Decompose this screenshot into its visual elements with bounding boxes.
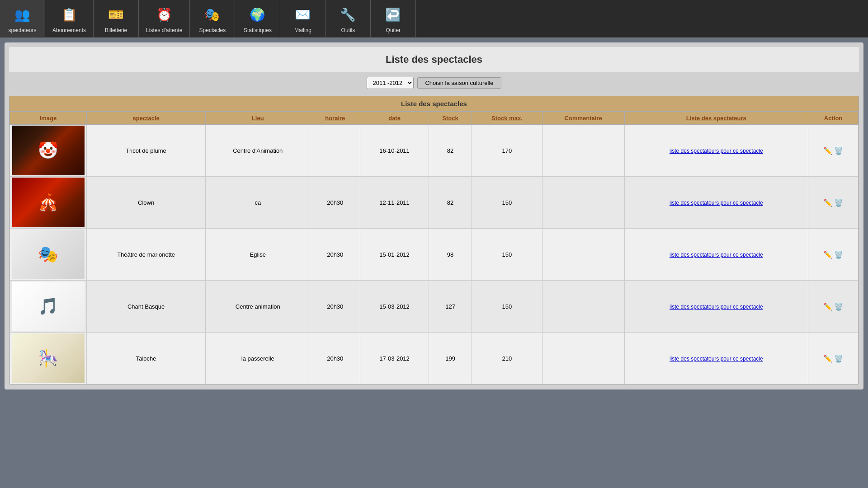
sort-spectacle[interactable]: spectacle <box>133 115 160 122</box>
nav-label-quiter: Quiter <box>386 27 401 33</box>
table-row: 🎵 Chant Basque Centre animation 20h30 15… <box>10 281 859 333</box>
horaire-1 <box>310 125 360 177</box>
nav-item-billetterie[interactable]: 🎫 Billetterie <box>94 0 139 37</box>
choose-season-button[interactable]: Choisir la saison culturelle <box>417 77 501 89</box>
lieu-3: Eglise <box>206 229 310 281</box>
lieu-5: la passerelle <box>206 333 310 385</box>
spectacle-name-2: Clown <box>87 177 206 229</box>
header-liste-spectateurs: Liste des spectateurs <box>624 112 808 125</box>
liste-spectateurs-cell-4: liste des spectateurs pour ce spectacle <box>624 281 808 333</box>
nav-icon-abonnements: 📋 <box>58 4 80 25</box>
liste-spectateurs-link-2[interactable]: liste des spectateurs pour ce spectacle <box>670 200 763 206</box>
nav-item-statistiques[interactable]: 🌍 Statistiques <box>235 0 280 37</box>
date-1: 16-10-2011 <box>360 125 429 177</box>
season-selector-row: 2010 -20112011 -20122012 -2013 Choisir l… <box>9 77 859 89</box>
nav-item-abonnements[interactable]: 📋 Abonnements <box>45 0 94 37</box>
nav-icon-outils: 🔧 <box>337 4 359 25</box>
image-cell-3: 🎭 <box>10 229 87 281</box>
spectacle-name-4: Chant Basque <box>87 281 206 333</box>
action-icons-5: ✏️ 🗑️ <box>812 354 854 363</box>
nav-icon-listes-attente: ⏰ <box>153 4 175 25</box>
header-action: Action <box>808 112 859 125</box>
delete-button-5[interactable]: 🗑️ <box>834 354 843 363</box>
stock-1: 82 <box>429 125 472 177</box>
edit-button-5[interactable]: ✏️ <box>823 354 832 363</box>
date-4: 15-03-2012 <box>360 281 429 333</box>
liste-spectateurs-cell-1: liste des spectateurs pour ce spectacle <box>624 125 808 177</box>
edit-button-2[interactable]: ✏️ <box>823 198 832 207</box>
commentaire-4 <box>542 281 624 333</box>
sort-horaire[interactable]: horaire <box>325 115 345 122</box>
nav-label-mailing: Mailing <box>294 27 311 33</box>
sort-stock-max[interactable]: Stock max. <box>491 115 523 122</box>
nav-label-spectacles: Spectacles <box>199 27 226 33</box>
table-row: 🎠 Taloche la passerelle 20h30 17-03-2012… <box>10 333 859 385</box>
main-content: Liste des spectacles 2010 -20112011 -201… <box>5 42 863 389</box>
header-stock-max: Stock max. <box>472 112 542 125</box>
liste-spectateurs-link-4[interactable]: liste des spectateurs pour ce spectacle <box>670 304 763 310</box>
show-image-2: 🎪 <box>12 178 85 227</box>
header-commentaire: Commentaire <box>542 112 624 125</box>
spectacle-name-5: Taloche <box>87 333 206 385</box>
nav-label-billetterie: Billetterie <box>105 27 127 33</box>
commentaire-5 <box>542 333 624 385</box>
nav-icon-mailing: ✉️ <box>292 4 314 25</box>
date-2: 12-11-2011 <box>360 177 429 229</box>
commentaire-2 <box>542 177 624 229</box>
stock-max-2: 150 <box>472 177 542 229</box>
liste-spectateurs-link-1[interactable]: liste des spectateurs pour ce spectacle <box>670 148 763 154</box>
nav-item-outils[interactable]: 🔧 Outils <box>326 0 371 37</box>
lieu-2: ca <box>206 177 310 229</box>
nav-item-listes-attente[interactable]: ⏰ Listes d'attente <box>139 0 190 37</box>
nav-item-spectacles[interactable]: 🎭 Spectacles <box>190 0 235 37</box>
action-cell-4: ✏️ 🗑️ <box>808 281 859 333</box>
season-select[interactable]: 2010 -20112011 -20122012 -2013 <box>367 77 414 89</box>
edit-button-3[interactable]: ✏️ <box>823 250 832 259</box>
table-row: 🎭 Théâtre de marionette Eglise 20h30 15-… <box>10 229 859 281</box>
delete-button-4[interactable]: 🗑️ <box>834 302 843 311</box>
liste-spectateurs-cell-3: liste des spectateurs pour ce spectacle <box>624 229 808 281</box>
show-image-1: 🤡 <box>12 126 85 175</box>
lieu-1: Centre d'Animation <box>206 125 310 177</box>
sort-stock[interactable]: Stock <box>442 115 458 122</box>
stock-5: 199 <box>429 333 472 385</box>
liste-spectateurs-cell-2: liste des spectateurs pour ce spectacle <box>624 177 808 229</box>
action-cell-2: ✏️ 🗑️ <box>808 177 859 229</box>
spectacles-table: Image spectacle Lieu horaire date Stock … <box>9 112 859 385</box>
header-lieu: Lieu <box>206 112 310 125</box>
nav-item-quiter[interactable]: ↩️ Quiter <box>371 0 416 37</box>
delete-button-2[interactable]: 🗑️ <box>834 198 843 207</box>
action-cell-1: ✏️ 🗑️ <box>808 125 859 177</box>
nav-item-mailing[interactable]: ✉️ Mailing <box>280 0 326 37</box>
image-cell-5: 🎠 <box>10 333 87 385</box>
nav-icon-spectacles: 🎭 <box>202 4 223 25</box>
edit-button-4[interactable]: ✏️ <box>823 302 832 311</box>
show-image-5: 🎠 <box>12 333 85 383</box>
commentaire-3 <box>542 229 624 281</box>
edit-button-1[interactable]: ✏️ <box>823 146 832 155</box>
action-icons-1: ✏️ 🗑️ <box>812 146 854 155</box>
action-cell-5: ✏️ 🗑️ <box>808 333 859 385</box>
stock-max-1: 170 <box>472 125 542 177</box>
image-cell-4: 🎵 <box>10 281 87 333</box>
header-stock: Stock <box>429 112 472 125</box>
delete-button-1[interactable]: 🗑️ <box>834 146 843 155</box>
action-icons-3: ✏️ 🗑️ <box>812 250 854 259</box>
nav-label-outils: Outils <box>341 27 355 33</box>
table-row: 🎪 Clown ca 20h30 12-11-2011 82 150 liste… <box>10 177 859 229</box>
action-icons-4: ✏️ 🗑️ <box>812 302 854 311</box>
liste-spectateurs-cell-5: liste des spectateurs pour ce spectacle <box>624 333 808 385</box>
stock-3: 98 <box>429 229 472 281</box>
spectacle-name-3: Théâtre de marionette <box>87 229 206 281</box>
header-spectacle: spectacle <box>87 112 206 125</box>
nav-icon-spectateurs: 👥 <box>12 4 33 25</box>
sort-lieu[interactable]: Lieu <box>252 115 264 122</box>
sort-date[interactable]: date <box>388 115 401 122</box>
liste-spectateurs-link-5[interactable]: liste des spectateurs pour ce spectacle <box>670 356 763 362</box>
nav-label-statistiques: Statistiques <box>244 27 272 33</box>
sort-liste[interactable]: Liste des spectateurs <box>686 115 746 122</box>
nav-icon-quiter: ↩️ <box>382 4 404 25</box>
delete-button-3[interactable]: 🗑️ <box>834 250 843 259</box>
liste-spectateurs-link-3[interactable]: liste des spectateurs pour ce spectacle <box>670 252 763 258</box>
nav-item-spectateurs[interactable]: 👥 spectateurs <box>0 0 45 37</box>
